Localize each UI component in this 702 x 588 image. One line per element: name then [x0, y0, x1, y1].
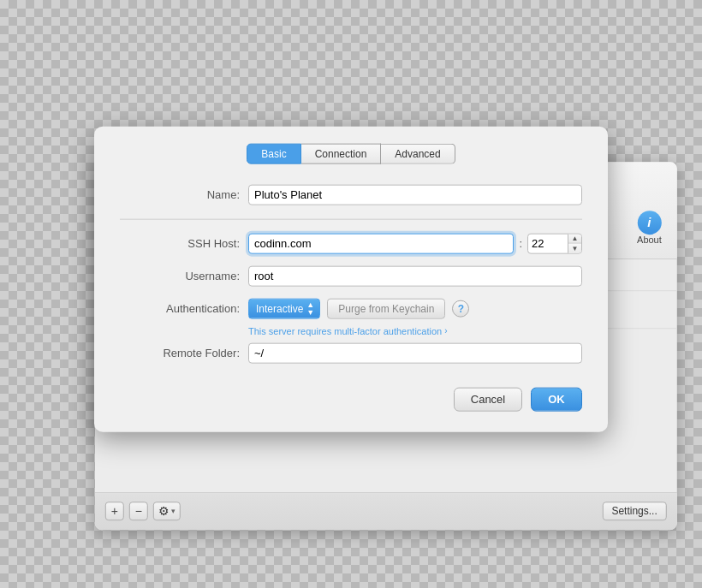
auth-select-label: Interactive [256, 302, 303, 314]
ok-button[interactable]: OK [531, 387, 582, 411]
info-icon: i [637, 211, 661, 235]
stepper-down[interactable]: ▼ [568, 244, 581, 254]
remote-folder-row: Remote Folder: [120, 342, 582, 363]
help-button[interactable]: ? [452, 300, 469, 317]
auth-label: Authentication: [120, 302, 240, 315]
port-input-wrap: ▲ ▼ [527, 233, 582, 253]
divider [120, 218, 582, 219]
remote-folder-label: Remote Folder: [120, 347, 240, 359]
dialog-footer: Cancel OK [120, 387, 582, 411]
ssh-host-row: SSH Host: : ▲ ▼ [120, 233, 582, 253]
port-input[interactable] [528, 234, 568, 252]
dialog-content: Basic Connection Advanced Name: SSH Host… [94, 126, 608, 431]
remove-button[interactable]: − [129, 502, 148, 520]
name-row: Name: [120, 184, 582, 205]
cancel-button[interactable]: Cancel [454, 387, 522, 411]
main-dialog: Basic Connection Advanced Name: SSH Host… [94, 126, 608, 431]
remote-folder-input[interactable] [248, 342, 582, 363]
gear-button[interactable]: ⚙ ▾ [153, 502, 181, 520]
ssh-host-input[interactable] [248, 233, 514, 253]
port-stepper: ▲ ▼ [568, 233, 581, 253]
auth-controls: Interactive ▲ ▼ Purge from Keychain ? [248, 298, 469, 318]
gear-icon: ⚙ [158, 504, 170, 518]
port-colon: : [519, 237, 522, 250]
purge-button[interactable]: Purge from Keychain [327, 298, 445, 318]
chevron-down-icon: ▾ [171, 507, 176, 515]
about-label: About [637, 235, 662, 245]
name-label: Name: [120, 188, 240, 201]
username-input[interactable] [248, 265, 582, 286]
ssh-host-label: SSH Host: [120, 237, 240, 250]
select-arrows-icon: ▲ ▼ [306, 300, 314, 316]
tab-bar: Basic Connection Advanced [120, 143, 582, 163]
mfa-hint: This server requires multi-factor authen… [248, 325, 582, 336]
tab-basic[interactable]: Basic [247, 143, 300, 163]
mfa-hint-text: This server requires multi-factor authen… [248, 325, 442, 336]
username-label: Username: [120, 270, 240, 282]
about-button[interactable]: i About [630, 207, 669, 248]
auth-row: Authentication: Interactive ▲ ▼ Purge fr… [120, 298, 582, 318]
settings-button[interactable]: Settings... [602, 502, 666, 520]
bottom-bar: + − ⚙ ▾ Settings... [95, 492, 677, 530]
add-button[interactable]: + [105, 502, 124, 520]
mfa-chevron-icon: › [444, 326, 447, 336]
auth-select[interactable]: Interactive ▲ ▼ [248, 298, 320, 318]
name-input[interactable] [248, 184, 582, 205]
stepper-up[interactable]: ▲ [568, 233, 581, 244]
tab-advanced[interactable]: Advanced [381, 143, 455, 163]
username-row: Username: [120, 265, 582, 286]
tab-connection[interactable]: Connection [301, 143, 382, 163]
